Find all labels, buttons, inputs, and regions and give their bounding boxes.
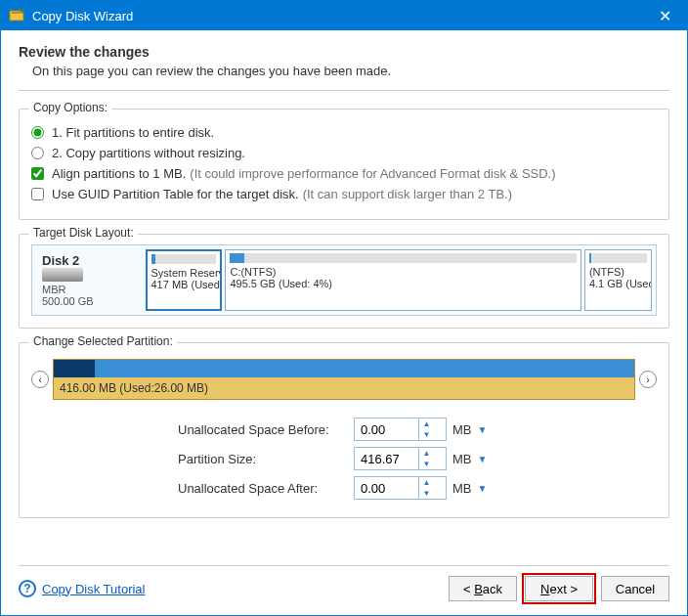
option-guid-label: Use GUID Partition Table for the target … xyxy=(52,187,299,201)
disk-info: Disk 2 MBR 500.00 GB xyxy=(36,249,143,311)
spin-down-icon[interactable]: ▼ xyxy=(419,429,434,440)
titlebar: Copy Disk Wizard ✕ xyxy=(1,1,687,30)
space-before-input[interactable]: ▲▼ xyxy=(354,418,447,441)
unit-dropdown-icon[interactable]: ▼ xyxy=(478,424,488,435)
space-after-label: Unallocated Space After: xyxy=(178,481,354,496)
copy-options-group: Copy Options: 1. Fit partitions to entir… xyxy=(19,109,669,220)
option-fit[interactable]: 1. Fit partitions to entire disk. xyxy=(31,125,657,140)
back-button[interactable]: < Back xyxy=(449,576,517,601)
next-partition-button[interactable]: › xyxy=(639,371,657,388)
option-align[interactable]: Align partitions to 1 MB. (It could impr… xyxy=(31,166,657,181)
disk-name: Disk 2 xyxy=(42,253,137,268)
selected-partition-bar[interactable]: 416.00 MB (Used:26.00 MB) xyxy=(53,359,635,400)
option-no-resize-label: 2. Copy partitions without resizing. xyxy=(52,146,245,160)
partition-size-field[interactable] xyxy=(355,452,418,466)
partition-size-label: Partition Size: xyxy=(178,452,354,466)
space-after-input[interactable]: ▲▼ xyxy=(354,476,447,500)
target-layout-group: Target Disk Layout: Disk 2 MBR 500.00 GB… xyxy=(19,234,669,329)
window-title: Copy Disk Wizard xyxy=(32,9,650,23)
radio-no-resize[interactable] xyxy=(31,147,44,159)
page-subtitle: On this page you can review the changes … xyxy=(32,64,669,78)
checkbox-guid[interactable] xyxy=(31,188,44,200)
disk-icon xyxy=(42,268,83,282)
partition-2-detail: 4.1 GB (Used: xyxy=(589,278,647,289)
wizard-window: Copy Disk Wizard ✕ Review the changes On… xyxy=(0,0,688,616)
option-fit-label: 1. Fit partitions to entire disk. xyxy=(52,125,214,140)
spin-down-icon[interactable]: ▼ xyxy=(419,459,434,469)
unit-label: MB xyxy=(452,422,472,437)
spin-down-icon[interactable]: ▼ xyxy=(419,488,434,499)
unit-dropdown-icon[interactable]: ▼ xyxy=(478,483,488,494)
partition-0[interactable]: System Reserved 417 MB (Used: xyxy=(146,249,223,311)
unit-dropdown-icon[interactable]: ▼ xyxy=(478,454,488,464)
divider xyxy=(19,90,669,91)
partition-1-label: C:(NTFS) xyxy=(230,266,576,278)
close-icon[interactable]: ✕ xyxy=(650,7,679,25)
copy-options-legend: Copy Options: xyxy=(29,101,111,114)
partition-1-detail: 495.5 GB (Used: 4%) xyxy=(230,278,576,289)
page-title: Review the changes xyxy=(19,44,669,60)
partition-0-detail: 417 MB (Used: xyxy=(151,279,217,290)
spin-up-icon[interactable]: ▲ xyxy=(419,477,434,488)
change-partition-legend: Change Selected Partition: xyxy=(29,334,177,348)
option-no-resize[interactable]: 2. Copy partitions without resizing. xyxy=(31,146,657,160)
spin-up-icon[interactable]: ▲ xyxy=(419,448,434,459)
space-before-label: Unallocated Space Before: xyxy=(178,422,354,437)
disk-size: 500.00 GB xyxy=(42,295,137,307)
disk-layout: Disk 2 MBR 500.00 GB System Reserved 417… xyxy=(31,244,657,316)
partition-2[interactable]: (NTFS) 4.1 GB (Used: xyxy=(584,249,652,311)
option-guid[interactable]: Use GUID Partition Table for the target … xyxy=(31,187,657,201)
partition-2-label: (NTFS) xyxy=(589,266,647,278)
help-icon[interactable]: ? xyxy=(19,580,36,597)
space-before-field[interactable] xyxy=(355,422,418,437)
selected-partition-label: 416.00 MB (Used:26.00 MB) xyxy=(54,377,634,399)
radio-fit[interactable] xyxy=(31,126,44,139)
partition-size-input[interactable]: ▲▼ xyxy=(354,447,447,470)
unit-label: MB xyxy=(452,452,472,466)
footer: ? Copy Disk Tutorial < Back Next > Cance… xyxy=(1,566,687,615)
partition-0-label: System Reserved xyxy=(151,267,217,279)
option-guid-hint: (It can support disk larger than 2 TB.) xyxy=(303,187,512,201)
spin-up-icon[interactable]: ▲ xyxy=(419,418,434,429)
tutorial-link[interactable]: Copy Disk Tutorial xyxy=(42,582,145,596)
change-partition-group: Change Selected Partition: ‹ 416.00 MB (… xyxy=(19,342,669,518)
next-button[interactable]: Next > xyxy=(525,576,593,601)
partition-1[interactable]: C:(NTFS) 495.5 GB (Used: 4%) xyxy=(225,249,580,311)
prev-partition-button[interactable]: ‹ xyxy=(31,371,49,388)
option-align-label: Align partitions to 1 MB. xyxy=(52,166,186,181)
partition-size-form: Unallocated Space Before: ▲▼ MB ▼ Partit… xyxy=(178,418,657,500)
disk-scheme: MBR xyxy=(42,284,137,295)
cancel-button[interactable]: Cancel xyxy=(601,576,669,601)
content-area: Review the changes On this page you can … xyxy=(1,30,687,559)
app-icon xyxy=(9,8,24,23)
option-align-hint: (It could improve performance for Advanc… xyxy=(190,166,555,181)
target-layout-legend: Target Disk Layout: xyxy=(29,226,138,240)
unit-label: MB xyxy=(452,481,472,496)
checkbox-align[interactable] xyxy=(31,167,44,180)
space-after-field[interactable] xyxy=(355,481,418,496)
